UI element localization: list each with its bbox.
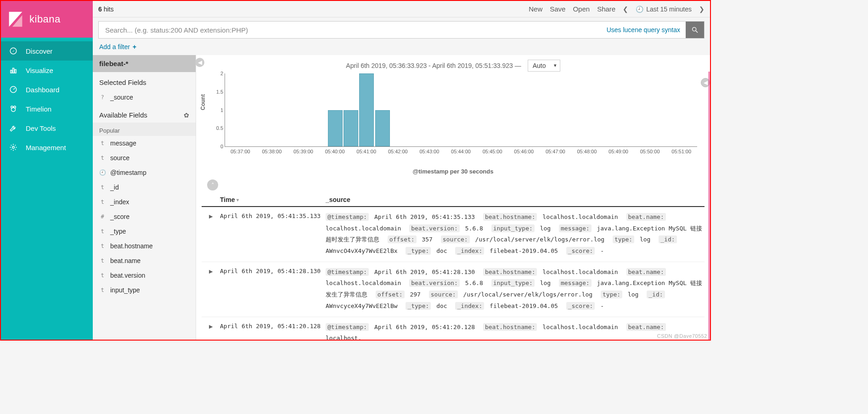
kv-key: type: [613, 235, 634, 243]
kv-key: beat.hostname: [483, 213, 537, 221]
kv-key: offset: [388, 235, 417, 243]
col-time-header[interactable]: Time ▾ [220, 196, 326, 203]
kv-value: doc [433, 247, 451, 254]
kv-value: log [536, 280, 554, 286]
field-beat-hostname[interactable]: tbeat.hostname [93, 239, 196, 253]
kv-key: @timestamp: [326, 213, 369, 221]
hits-display: 6 hits [98, 6, 113, 13]
field-type-icon: t [99, 184, 106, 190]
brand-name: kibana [29, 13, 61, 25]
histogram-bar[interactable] [344, 110, 358, 147]
doc-time: April 6th 2019, 05:41:28.130 [220, 267, 326, 312]
collapse-chart-icon[interactable]: ˄ [207, 179, 218, 190]
field-name: _type [110, 228, 126, 235]
sidebar-item-label: Management [26, 144, 66, 151]
y-tick: 1 [209, 107, 223, 113]
field-name: beat.name [110, 257, 141, 264]
fields-settings-gear-icon[interactable]: ✿ [184, 112, 189, 119]
save-button[interactable]: Save [550, 5, 565, 13]
chart-header: April 6th 2019, 05:36:33.923 - April 6th… [196, 55, 710, 72]
x-tick: 05:38:00 [262, 149, 282, 154]
svg-point-11 [11, 107, 16, 112]
field-name: message [110, 140, 136, 147]
field-type-icon: t [99, 228, 106, 235]
svg-line-14 [696, 31, 698, 33]
field--score[interactable]: #_score [93, 209, 196, 224]
field--id[interactable]: t_id [93, 180, 196, 195]
lucene-hint-link[interactable]: Uses lucene query syntax [601, 22, 686, 38]
expand-row-icon[interactable]: ▶ [202, 322, 220, 340]
histogram-bar[interactable] [328, 110, 343, 147]
svg-rect-5 [13, 68, 14, 73]
sidebar-item-label: Dev Tools [26, 124, 56, 132]
expand-row-icon[interactable]: ▶ [202, 267, 220, 312]
field-name: _score [110, 213, 130, 220]
x-tick: 05:49:00 [609, 149, 628, 154]
sidebar-item-visualize[interactable]: Visualize [1, 61, 93, 80]
sidebar-item-management[interactable]: Management [1, 138, 93, 157]
x-tick: 05:51:00 [671, 149, 691, 154]
index-pattern[interactable]: filebeat-* [93, 55, 196, 72]
field--source[interactable]: ?_source [93, 90, 196, 105]
kv-key: source: [429, 291, 458, 298]
field-name: @timestamp [110, 169, 147, 176]
search-input[interactable] [99, 22, 601, 38]
kv-value: April 6th 2019, 05:41:28.130 [371, 269, 479, 275]
x-axis-label: @timestamp per 30 seconds [196, 168, 710, 179]
field-message[interactable]: tmessage [93, 136, 196, 151]
field--index[interactable]: t_index [93, 195, 196, 209]
table-row: ▶April 6th 2019, 05:41:35.133@timestamp:… [202, 207, 705, 262]
expand-row-icon[interactable]: ▶ [202, 212, 220, 257]
svg-marker-3 [12, 50, 15, 52]
field-type-icon: ? [99, 94, 106, 101]
kv-value: doc [433, 302, 451, 309]
x-tick: 05:39:00 [293, 149, 313, 154]
sidebar-item-label: Timelion [26, 105, 51, 113]
field-type-icon: t [99, 140, 106, 146]
new-button[interactable]: New [529, 5, 542, 13]
field-beat-version[interactable]: tbeat.version [93, 268, 196, 283]
add-filter-button[interactable]: Add a filter + [93, 39, 710, 55]
kv-key: message: [559, 279, 592, 287]
x-tick: 05:41:00 [356, 149, 376, 154]
sidebar-item-dev-tools[interactable]: Dev Tools [1, 118, 93, 138]
field--type[interactable]: t_type [93, 224, 196, 239]
time-next-icon[interactable]: ❯ [699, 6, 705, 13]
kv-key: _index: [455, 302, 484, 310]
kv-key: beat.name: [626, 268, 666, 276]
interval-select[interactable]: Auto [528, 60, 560, 72]
share-button[interactable]: Share [597, 5, 615, 13]
sidebar-item-timelion[interactable]: Timelion [1, 99, 93, 118]
field-source[interactable]: tsource [93, 151, 196, 165]
docs-header: Time ▾ _source [202, 193, 705, 207]
doc-source: @timestamp: April 6th 2019, 05:41:35.133… [326, 212, 705, 257]
collapse-fields-icon[interactable]: ◀ [195, 58, 204, 67]
field-beat-name[interactable]: tbeat.name [93, 253, 196, 268]
sidebar-item-label: Dashboard [26, 86, 59, 94]
svg-line-8 [13, 88, 15, 90]
kv-value: - [597, 302, 604, 309]
field-type-icon: t [99, 287, 106, 293]
histogram-chart[interactable]: Count 00.511.52 05:37:0005:38:0005:39:00… [196, 72, 710, 168]
svg-point-13 [693, 28, 696, 31]
search-button[interactable] [686, 22, 704, 38]
sidebar-item-dashboard[interactable]: Dashboard [1, 80, 93, 99]
kv-value: /usr/local/server/elk/logs/error.log [472, 236, 608, 243]
watermark: CSDN @Dave70552 [657, 333, 707, 339]
open-button[interactable]: Open [573, 5, 590, 13]
kv-value: localhost.localdomain [539, 324, 621, 330]
sidebar-item-discover[interactable]: Discover [1, 41, 93, 61]
field--timestamp[interactable]: 🕘@timestamp [93, 165, 196, 180]
hits-label: hits [104, 6, 114, 13]
x-tick: 05:40:00 [325, 149, 345, 154]
time-prev-icon[interactable]: ❮ [623, 6, 628, 13]
histogram-bar[interactable] [359, 73, 374, 146]
logo[interactable]: kibana [1, 1, 93, 38]
x-tick: 05:46:00 [514, 149, 534, 154]
x-tick: 05:50:00 [640, 149, 660, 154]
field-type-icon: t [99, 272, 106, 279]
field-input-type[interactable]: tinput_type [93, 283, 196, 297]
col-source-header[interactable]: _source [326, 196, 705, 203]
histogram-bar[interactable] [375, 110, 390, 147]
time-picker[interactable]: 🕘 Last 15 minutes [636, 6, 692, 13]
